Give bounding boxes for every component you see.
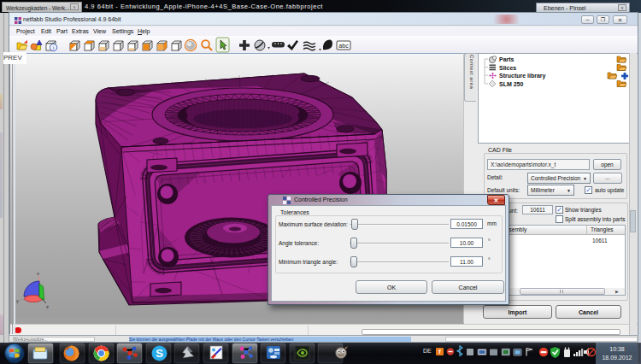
svg-text:10:38: 10:38: [609, 346, 625, 352]
svg-text:S: S: [156, 347, 163, 360]
svg-text:x: x: [37, 271, 39, 276]
svg-text:z: z: [46, 304, 49, 309]
svg-text:SLM 250: SLM 250: [499, 81, 524, 87]
svg-text:DE: DE: [423, 348, 432, 354]
svg-text:18.09.2012: 18.09.2012: [602, 355, 632, 361]
svg-text:y: y: [16, 298, 19, 303]
svg-text:Slices: Slices: [499, 65, 516, 71]
svg-text:Structure library: Structure library: [499, 73, 546, 79]
svg-text:Parts: Parts: [499, 56, 515, 62]
